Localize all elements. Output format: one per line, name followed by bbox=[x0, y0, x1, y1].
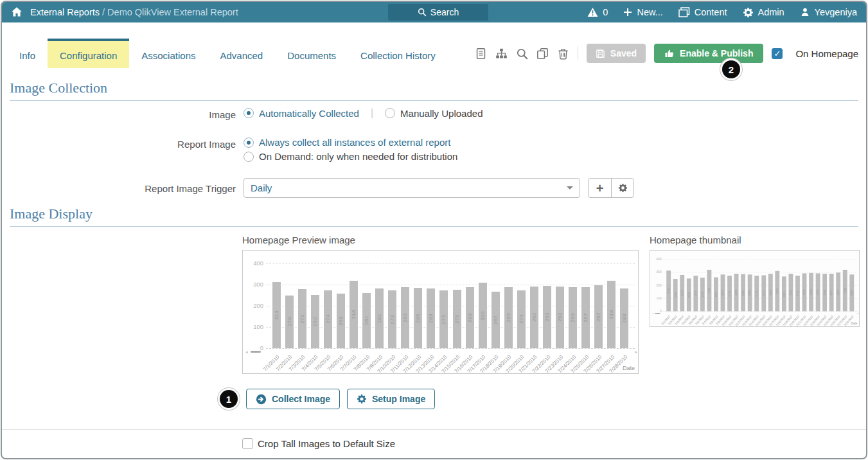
new-item[interactable]: New... bbox=[623, 7, 662, 17]
radio-automatically-collected[interactable] bbox=[244, 108, 254, 118]
scroll-thumb[interactable] bbox=[251, 351, 261, 353]
bar-value-label: 275 bbox=[454, 314, 460, 324]
y-axis-tick: 200 bbox=[652, 283, 662, 287]
radio-on-demand[interactable] bbox=[244, 152, 254, 162]
tab-associations[interactable]: Associations bbox=[129, 39, 208, 68]
sitemap-icon[interactable] bbox=[495, 48, 508, 60]
user-item[interactable]: Yevgeniya bbox=[800, 7, 857, 17]
copy-icon[interactable] bbox=[536, 48, 549, 60]
bar-value-label: 288 bbox=[467, 313, 473, 323]
collect-arrow-icon bbox=[256, 394, 267, 405]
bar-value-label: 261 bbox=[364, 315, 369, 325]
alerts-item[interactable]: 0 bbox=[587, 7, 608, 17]
plus-icon: + bbox=[596, 182, 604, 195]
bar: 283 bbox=[427, 288, 435, 348]
gear-icon bbox=[743, 7, 754, 18]
bar: 292 bbox=[556, 287, 564, 348]
image-collection-heading: Image Collection bbox=[10, 80, 107, 96]
report-image-option-always[interactable]: Always collect all instances of external… bbox=[244, 137, 450, 148]
trigger-settings-button[interactable] bbox=[611, 179, 633, 197]
gridline bbox=[663, 285, 857, 286]
home-icon[interactable] bbox=[11, 6, 22, 18]
trash-icon[interactable] bbox=[557, 48, 569, 60]
report-image-option-on-demand[interactable]: On Demand: only when needed for distribu… bbox=[244, 151, 457, 162]
tab-advanced[interactable]: Advanced bbox=[208, 39, 275, 68]
admin-item[interactable]: Admin bbox=[743, 7, 784, 18]
bar: 258 bbox=[337, 294, 345, 348]
report-image-trigger-select[interactable]: Daily bbox=[244, 178, 580, 198]
bar: 261 bbox=[714, 278, 718, 312]
bar-value-label: 283 bbox=[748, 290, 752, 296]
search-record-icon[interactable] bbox=[516, 48, 528, 60]
radio-manually-uploaded[interactable] bbox=[385, 108, 395, 118]
bar: 292 bbox=[816, 273, 820, 311]
bar-value-label: 318 bbox=[708, 288, 711, 294]
bar: 279 bbox=[680, 275, 684, 312]
document-icon[interactable] bbox=[475, 48, 487, 60]
gridline bbox=[266, 263, 635, 264]
tab-documents[interactable]: Documents bbox=[275, 39, 348, 68]
content-item[interactable]: Content bbox=[678, 7, 727, 17]
bar: 289 bbox=[734, 274, 739, 312]
bar-value-label: 293 bbox=[810, 289, 813, 295]
top-nav-right: 0 New... Content Admin bbox=[587, 7, 857, 18]
y-axis-tick: 400 bbox=[652, 257, 662, 261]
image-option-automatic[interactable]: Automatically Collected | Manually Uploa… bbox=[244, 107, 483, 119]
y-axis-tick: 100 bbox=[245, 323, 263, 330]
enable-publish-button[interactable]: Enable & Publish bbox=[654, 44, 763, 63]
bar: 283 bbox=[620, 288, 628, 348]
image-row-label: Image bbox=[2, 109, 236, 120]
warning-icon bbox=[587, 7, 598, 17]
setup-image-button[interactable]: Setup Image bbox=[347, 389, 435, 409]
y-axis-tick: 400 bbox=[245, 260, 263, 267]
bar: 273 bbox=[439, 290, 448, 348]
breadcrumb-root[interactable]: External Reports bbox=[30, 7, 100, 17]
bar: 281 bbox=[721, 274, 725, 311]
gridline bbox=[663, 259, 857, 260]
bar-value-label: 283 bbox=[428, 314, 434, 323]
add-trigger-button[interactable]: + bbox=[589, 179, 611, 197]
user-name: Yevgeniya bbox=[815, 7, 857, 17]
bar-value-label: 289 bbox=[789, 290, 792, 296]
tab-configuration[interactable]: Configuration bbox=[48, 39, 129, 68]
bar-value-label: 273 bbox=[389, 315, 395, 324]
thumbnail-label: Homepage thumbnail bbox=[650, 234, 741, 245]
bar-value-label: 281 bbox=[722, 290, 725, 296]
scroll-thumb[interactable] bbox=[655, 313, 660, 314]
bar: 318 bbox=[350, 281, 358, 348]
saved-button[interactable]: Saved bbox=[587, 44, 646, 63]
crop-tall-images-checkbox[interactable] bbox=[242, 438, 253, 449]
bar-value-label: 275 bbox=[762, 290, 765, 296]
section-divider bbox=[10, 226, 858, 227]
bar: 275 bbox=[761, 276, 766, 312]
tab-info[interactable]: Info bbox=[7, 39, 48, 68]
breadcrumb-current: Demo QlikView External Report bbox=[107, 7, 238, 17]
bar-value-label: 287 bbox=[830, 290, 833, 296]
bar: 293 bbox=[543, 286, 551, 348]
bar-value-label: 285 bbox=[415, 314, 421, 323]
collect-image-button[interactable]: Collect Image bbox=[246, 389, 340, 409]
setup-image-label: Setup Image bbox=[372, 394, 425, 404]
gridline bbox=[663, 272, 857, 273]
report-image-row-label: Report Image bbox=[2, 139, 236, 150]
bar-value-label: 288 bbox=[823, 290, 826, 296]
bar: 275 bbox=[453, 290, 461, 348]
radio-always-collect[interactable] bbox=[244, 137, 254, 148]
bar-value-label: 252 bbox=[312, 317, 318, 326]
gridline bbox=[266, 348, 635, 349]
bar-value-label: 289 bbox=[506, 313, 511, 323]
bar: 297 bbox=[594, 285, 603, 348]
bar-value-label: 318 bbox=[351, 310, 357, 319]
bar: 274 bbox=[324, 290, 332, 348]
bar: 273 bbox=[755, 276, 759, 311]
annotation-step-1: 1 bbox=[220, 390, 238, 408]
on-homepage-checkbox[interactable]: ✓ bbox=[772, 48, 783, 59]
tab-collection-history[interactable]: Collection History bbox=[348, 39, 448, 68]
bar-value-label: 250 bbox=[287, 317, 292, 326]
bar: 318 bbox=[607, 281, 616, 348]
admin-label: Admin bbox=[758, 7, 784, 17]
bar-value-label: 313 bbox=[274, 310, 279, 320]
scroll-left-arrow: ◂ bbox=[245, 349, 248, 355]
bar-value-label: 297 bbox=[837, 289, 840, 295]
search-box[interactable]: Search bbox=[388, 4, 488, 21]
